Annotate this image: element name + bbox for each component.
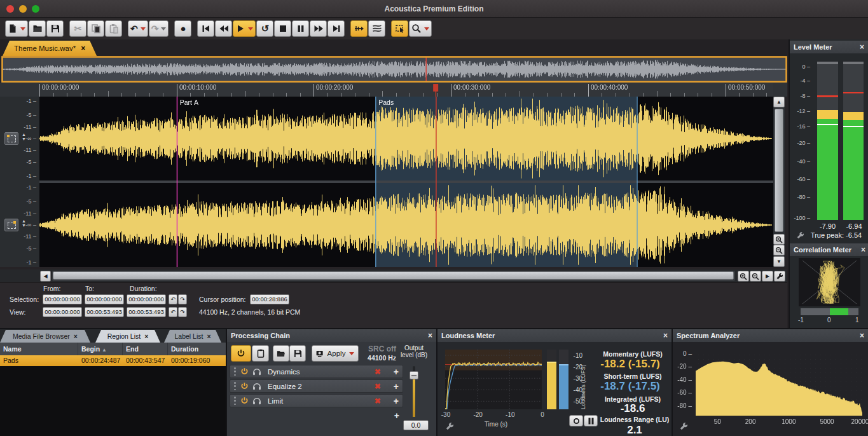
channel-1-select-button[interactable]: [4, 132, 18, 145]
level-meter-settings-icon[interactable]: [796, 231, 804, 240]
delete-icon[interactable]: ✖: [375, 382, 381, 391]
view-settings-button[interactable]: [774, 271, 785, 282]
delete-icon[interactable]: ✖: [375, 397, 381, 405]
horizontal-scroll-thumb[interactable]: [53, 271, 734, 280]
add-icon[interactable]: +: [394, 381, 399, 392]
loudness-meter-close-icon[interactable]: ×: [663, 331, 668, 340]
close-window-button[interactable]: [6, 5, 14, 13]
cut-button[interactable]: ✂: [69, 20, 86, 37]
open-file-button[interactable]: [29, 20, 46, 37]
stop-button[interactable]: [274, 20, 291, 37]
loudness-pause-button[interactable]: [584, 415, 598, 426]
region-row-pads[interactable]: Pads 00:00:24:487 00:00:43:547 00:00:19:…: [0, 355, 226, 366]
chain-enable-button[interactable]: [231, 345, 251, 362]
selection-undo-button[interactable]: ↶: [169, 294, 177, 304]
undo-button[interactable]: ↶: [128, 20, 148, 37]
headphones-icon[interactable]: [252, 383, 261, 390]
maximize-window-button[interactable]: [32, 5, 39, 13]
fast-forward-button[interactable]: [310, 20, 327, 37]
fader-thumb[interactable]: [410, 371, 418, 379]
column-end[interactable]: End: [123, 343, 168, 355]
vertical-scroll-thumb[interactable]: [775, 109, 783, 232]
loop-button[interactable]: ↺: [256, 20, 273, 37]
output-level-fader[interactable]: [410, 366, 418, 417]
add-icon[interactable]: +: [394, 411, 399, 421]
tab-close-icon[interactable]: ×: [81, 44, 85, 53]
power-icon[interactable]: [240, 367, 249, 376]
spectrum-settings-icon[interactable]: [679, 422, 688, 431]
delete-icon[interactable]: ✖: [375, 367, 381, 376]
processing-chain-close-icon[interactable]: ×: [428, 331, 432, 340]
power-icon[interactable]: [240, 382, 249, 390]
chain-open-button[interactable]: [273, 345, 289, 362]
copy-button[interactable]: [87, 20, 104, 37]
play-button[interactable]: [233, 20, 256, 37]
selection-from-field[interactable]: 00:00:00:000: [43, 294, 82, 304]
waveform-editor[interactable]: [39, 97, 773, 267]
column-begin[interactable]: Begin ▲: [78, 343, 123, 355]
add-icon[interactable]: +: [394, 367, 399, 377]
column-duration[interactable]: Duration: [168, 343, 226, 355]
column-name[interactable]: Name: [0, 343, 78, 355]
scroll-down-button[interactable]: ▼: [773, 256, 785, 267]
horizontal-zoom-out-button[interactable]: [750, 271, 761, 282]
drag-handle-icon[interactable]: [234, 367, 237, 376]
selection-duration-field[interactable]: 00:00:00:000: [127, 294, 166, 304]
chain-save-button[interactable]: [289, 345, 306, 362]
loudness-reset-button[interactable]: [569, 415, 583, 426]
cursor-position-field[interactable]: 00:00:28:886: [250, 294, 289, 304]
view-duration-field[interactable]: 00:00:53:493: [127, 307, 166, 317]
record-button[interactable]: ●: [174, 20, 191, 37]
spectrum-close-icon[interactable]: ×: [860, 331, 864, 340]
headphones-icon[interactable]: [252, 397, 261, 405]
rewind-button[interactable]: [215, 20, 232, 37]
dropdown-caret-icon[interactable]: [141, 27, 146, 31]
dropdown-caret-icon[interactable]: [424, 27, 429, 31]
redo-button[interactable]: ↷: [149, 20, 169, 37]
view-undo-button[interactable]: ↶: [169, 307, 177, 317]
chain-clipboard-button[interactable]: [252, 345, 269, 362]
dropdown-caret-icon[interactable]: [161, 27, 166, 31]
drag-handle-icon[interactable]: [234, 382, 237, 390]
tab-theme-music[interactable]: Theme Music.wav* ×: [3, 41, 97, 56]
vertical-zoom-out-button[interactable]: [773, 245, 785, 255]
timeline-ruler[interactable]: [39, 83, 773, 97]
vertical-zoom-in-button[interactable]: [773, 234, 785, 245]
chain-apply-button[interactable]: Apply: [312, 345, 359, 362]
channel-2-select-button[interactable]: [4, 219, 18, 231]
view-redo-button[interactable]: ↷: [178, 307, 187, 317]
save-file-button[interactable]: [46, 20, 64, 37]
tab-close-icon[interactable]: ×: [144, 332, 148, 340]
loudness-settings-icon[interactable]: [445, 422, 454, 431]
selection-redo-button[interactable]: ↷: [178, 294, 187, 304]
mix-view-button[interactable]: [368, 20, 385, 37]
go-to-end-button[interactable]: [327, 20, 345, 37]
selection-to-field[interactable]: 00:00:00:000: [85, 294, 124, 304]
view-to-field[interactable]: 00:00:53:493: [85, 307, 124, 317]
zoom-tool-button[interactable]: [409, 20, 432, 37]
tab-label-list[interactable]: Label List×: [164, 330, 221, 343]
selection-tool-button[interactable]: [391, 20, 408, 37]
paste-button[interactable]: [105, 20, 122, 37]
horizontal-zoom-in-button[interactable]: [738, 271, 749, 282]
go-to-start-button[interactable]: [197, 20, 214, 37]
scroll-left-button[interactable]: ◀: [40, 271, 51, 282]
tab-close-icon[interactable]: ×: [74, 332, 78, 340]
view-from-field[interactable]: 00:00:00:000: [43, 307, 82, 317]
add-icon[interactable]: +: [394, 396, 399, 406]
tab-close-icon[interactable]: ×: [207, 332, 210, 340]
minimize-window-button[interactable]: [19, 5, 27, 13]
chain-item-limit[interactable]: Limit✖+: [230, 394, 403, 407]
chain-item-dynamics[interactable]: Dynamics✖+: [230, 365, 403, 378]
new-file-button[interactable]: [5, 20, 28, 37]
level-meter-close-icon[interactable]: ×: [860, 43, 864, 51]
power-icon[interactable]: [240, 397, 249, 405]
chain-item-equalize-2[interactable]: Equalize 2✖+: [230, 379, 403, 393]
overview-waveform[interactable]: [1, 56, 787, 83]
dropdown-caret-icon[interactable]: [20, 27, 25, 31]
output-level-value[interactable]: 0.0: [403, 420, 429, 430]
drag-handle-icon[interactable]: [234, 397, 237, 405]
tab-media-file-browser[interactable]: Media File Browser×: [0, 330, 90, 343]
pause-button[interactable]: [292, 20, 309, 37]
dropdown-caret-icon[interactable]: [248, 27, 253, 31]
